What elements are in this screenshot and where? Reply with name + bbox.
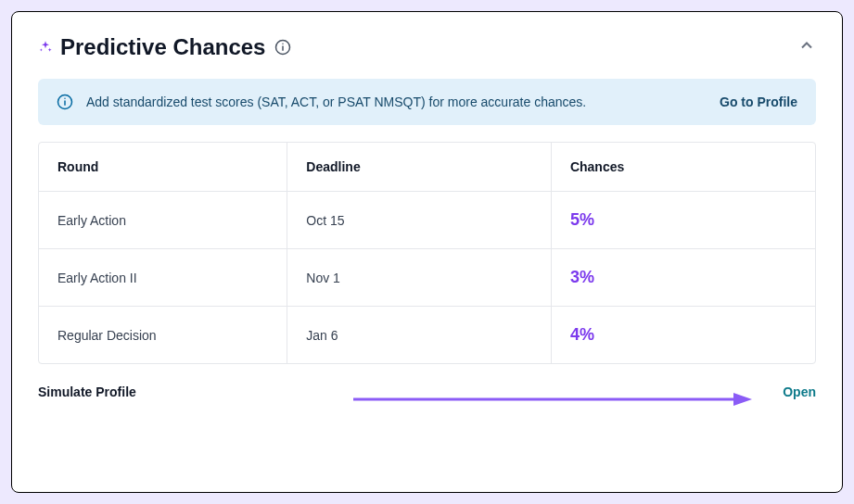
go-to-profile-link[interactable]: Go to Profile <box>720 94 797 109</box>
sparkle-icon <box>38 40 53 55</box>
arrow-annotation <box>353 390 752 412</box>
svg-point-5 <box>64 98 66 100</box>
chance-value: 3% <box>570 268 594 286</box>
header-left: Predictive Chances <box>38 34 291 60</box>
open-link[interactable]: Open <box>783 384 816 399</box>
cell-chances: 5% <box>551 192 815 249</box>
col-header-round: Round <box>39 143 287 192</box>
chances-table: Round Deadline Chances Early Action Oct … <box>38 142 816 364</box>
table-row: Early Action II Nov 1 3% <box>39 249 815 307</box>
cell-chances: 3% <box>551 249 815 307</box>
svg-point-2 <box>283 44 285 45</box>
predictive-chances-card: Predictive Chances <box>11 11 843 493</box>
cell-deadline: Jan 6 <box>287 307 552 364</box>
card-title: Predictive Chances <box>60 34 265 60</box>
cell-deadline: Oct 15 <box>287 192 552 249</box>
chance-value: 4% <box>570 325 594 344</box>
cell-round: Early Action II <box>39 249 287 307</box>
col-header-deadline: Deadline <box>287 143 552 192</box>
info-icon[interactable] <box>274 39 291 56</box>
table-row: Regular Decision Jan 6 4% <box>39 307 815 364</box>
cell-chances: 4% <box>551 307 815 364</box>
table-row: Early Action Oct 15 5% <box>39 192 815 249</box>
cell-round: Regular Decision <box>39 307 287 364</box>
cell-round: Early Action <box>39 192 287 249</box>
chevron-up-icon[interactable] <box>797 36 816 58</box>
table-header-row: Round Deadline Chances <box>39 143 815 192</box>
col-header-chances: Chances <box>551 143 815 192</box>
card-header: Predictive Chances <box>38 34 816 60</box>
svg-marker-7 <box>733 393 752 406</box>
info-banner: Add standardized test scores (SAT, ACT, … <box>38 79 816 125</box>
chance-value: 5% <box>570 210 594 229</box>
footer-row: Simulate Profile Open <box>38 384 816 399</box>
banner-message: Add standardized test scores (SAT, ACT, … <box>86 94 586 109</box>
simulate-profile-label: Simulate Profile <box>38 384 136 399</box>
info-circle-icon <box>57 94 73 110</box>
cell-deadline: Nov 1 <box>287 249 552 307</box>
banner-left: Add standardized test scores (SAT, ACT, … <box>57 94 586 110</box>
